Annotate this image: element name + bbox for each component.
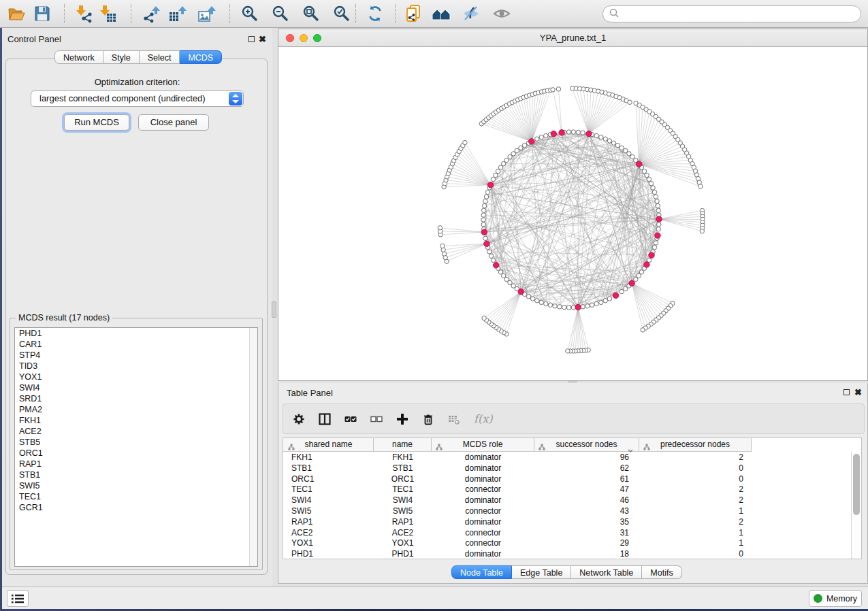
mcds-list-item[interactable]: CAR1 [15, 339, 257, 350]
table-row[interactable]: STB1STB1dominator620 [283, 463, 862, 474]
mcds-node[interactable] [529, 139, 534, 144]
import-network-icon[interactable] [74, 4, 93, 23]
float-table-panel-icon[interactable] [843, 389, 850, 395]
table-cell[interactable]: connector [432, 538, 534, 548]
zoom-selected-icon[interactable] [332, 4, 351, 23]
network-node[interactable] [641, 328, 645, 332]
network-node[interactable] [539, 135, 543, 139]
network-node[interactable] [544, 301, 548, 306]
table-cell[interactable]: STB1 [284, 463, 374, 474]
network-node[interactable] [556, 87, 560, 91]
tab-node-table[interactable]: Node Table [451, 565, 512, 579]
network-node[interactable] [642, 169, 646, 174]
network-node[interactable] [519, 146, 523, 150]
mcds-list-item[interactable]: STB1 [15, 469, 257, 480]
table-row[interactable]: RAP1RAP1dominator352 [283, 516, 862, 527]
mcds-node[interactable] [637, 161, 642, 167]
network-node[interactable] [628, 100, 632, 104]
table-cell[interactable]: dominator [432, 495, 534, 506]
table-cell[interactable]: ACE2 [374, 527, 432, 538]
network-node[interactable] [498, 270, 502, 274]
network-node[interactable] [576, 130, 580, 134]
mcds-list-item[interactable]: PHD1 [15, 328, 257, 339]
network-node[interactable] [482, 316, 486, 320]
import-table-icon[interactable] [97, 4, 116, 23]
network-node[interactable] [562, 305, 566, 309]
network-node[interactable] [548, 303, 552, 307]
network-node[interactable] [566, 130, 570, 134]
network-node[interactable] [482, 203, 486, 208]
gear-icon[interactable] [293, 413, 305, 425]
mcds-node[interactable] [644, 262, 649, 267]
network-node[interactable] [656, 227, 660, 231]
table-cell[interactable]: 2 [639, 484, 752, 495]
table-cell[interactable]: connector [432, 527, 534, 538]
network-node[interactable] [585, 304, 590, 308]
delete-column-icon[interactable] [422, 413, 434, 425]
share-document-icon[interactable] [404, 4, 423, 23]
add-column-icon[interactable] [396, 413, 408, 425]
network-node[interactable] [522, 143, 526, 147]
table-cell[interactable]: 62 [534, 463, 639, 474]
float-panel-icon[interactable] [248, 36, 255, 42]
table-row[interactable]: ORC1ORC1dominator610 [283, 474, 862, 484]
mcds-node[interactable] [551, 131, 556, 136]
network-node[interactable] [553, 304, 557, 308]
mcds-list-item[interactable]: YOX1 [15, 371, 257, 382]
network-node[interactable] [594, 133, 598, 137]
mcds-list-item[interactable]: ACE2 [15, 426, 257, 437]
network-node[interactable] [511, 284, 515, 288]
mcds-list-item[interactable]: FKH1 [15, 415, 257, 426]
column-selector-icon[interactable] [319, 413, 331, 425]
network-node[interactable] [487, 250, 492, 254]
task-history-button[interactable] [7, 590, 29, 607]
tab-mcds[interactable]: MCDS [180, 50, 222, 64]
mcds-node[interactable] [586, 131, 592, 136]
select-all-icon[interactable] [344, 413, 357, 425]
run-mcds-button[interactable]: Run MCDS [64, 114, 129, 131]
network-node[interactable] [639, 270, 643, 274]
table-cell[interactable]: STB1 [374, 463, 432, 474]
table-cell[interactable]: YOX1 [374, 538, 432, 548]
network-node[interactable] [526, 295, 530, 299]
table-cell[interactable]: 0 [639, 474, 752, 484]
network-node[interactable] [611, 141, 615, 145]
table-cell[interactable]: ACE2 [284, 527, 374, 538]
network-node[interactable] [581, 131, 585, 135]
mcds-node[interactable] [481, 229, 487, 235]
mcds-node[interactable] [629, 280, 634, 286]
table-cell[interactable]: 1 [639, 527, 752, 538]
network-node[interactable] [566, 306, 570, 310]
network-node[interactable] [652, 245, 656, 249]
mcds-list-item[interactable]: TEC1 [15, 491, 257, 502]
network-node[interactable] [544, 133, 548, 137]
close-table-panel-icon[interactable]: ✖ [854, 389, 862, 396]
table-cell[interactable]: 1 [639, 538, 752, 548]
table-cell[interactable]: YOX1 [284, 538, 374, 548]
table-cell[interactable]: RAP1 [284, 516, 374, 527]
mcds-node[interactable] [484, 241, 489, 246]
close-panel-button[interactable]: Close panel [138, 114, 209, 131]
network-node[interactable] [494, 173, 498, 177]
table-cell[interactable]: 46 [534, 495, 639, 506]
table-cell[interactable]: 43 [534, 506, 639, 516]
table-cell[interactable]: connector [432, 484, 534, 495]
houses-icon[interactable] [432, 4, 451, 23]
network-node[interactable] [484, 195, 488, 199]
table-cell[interactable]: 2 [639, 516, 752, 527]
mcds-node[interactable] [656, 216, 662, 222]
mcds-node[interactable] [649, 252, 654, 258]
column-header-successor-nodes[interactable]: successor nodes [534, 438, 639, 452]
zoom-in-icon[interactable] [240, 4, 259, 23]
tab-select[interactable]: Select [140, 50, 180, 64]
network-node[interactable] [502, 162, 506, 166]
table-cell[interactable]: dominator [432, 516, 534, 527]
mcds-list-item[interactable]: SWI5 [15, 480, 257, 491]
network-node[interactable] [603, 137, 607, 141]
vertical-splitter-handle[interactable] [272, 301, 276, 318]
network-node[interactable] [498, 165, 502, 169]
network-node[interactable] [698, 184, 703, 188]
table-cell[interactable]: dominator [432, 463, 534, 474]
deselect-all-icon[interactable] [370, 413, 383, 425]
table-row[interactable]: SWI5SWI5connector431 [283, 506, 862, 516]
